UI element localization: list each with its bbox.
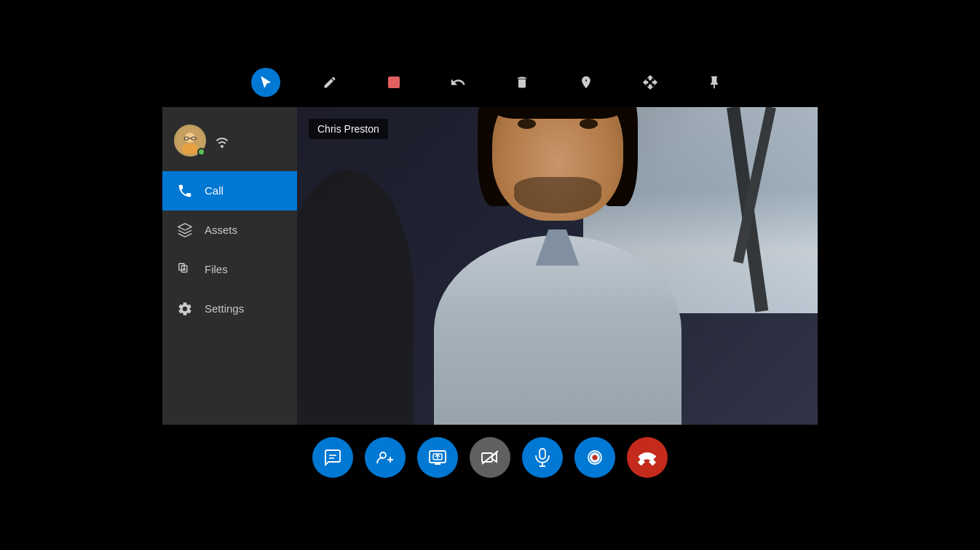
video-area: Chris Preston: [297, 107, 818, 425]
share-screen-button[interactable]: [417, 437, 458, 478]
chat-button[interactable]: [312, 437, 353, 478]
user-profile: [162, 116, 297, 171]
sidebar: Call Assets: [162, 107, 297, 425]
sidebar-item-settings[interactable]: Settings: [162, 289, 297, 329]
svg-rect-0: [388, 76, 400, 88]
record-button[interactable]: [574, 437, 615, 478]
add-person-button[interactable]: [365, 437, 406, 478]
files-icon: [177, 262, 194, 278]
connection-icon: [213, 133, 231, 148]
face: [492, 107, 623, 221]
move-button[interactable]: [636, 68, 665, 97]
toolbar: [162, 60, 818, 104]
sidebar-item-call[interactable]: Call: [162, 171, 297, 211]
shirt-collar: [536, 229, 580, 266]
call-icon: [177, 183, 194, 199]
shape-tool-button[interactable]: [379, 68, 408, 97]
microphone-button[interactable]: [522, 437, 563, 478]
cursor-tool-button[interactable]: [251, 68, 280, 97]
sidebar-item-call-label: Call: [205, 184, 224, 197]
video-toggle-button[interactable]: [470, 437, 510, 478]
caller-name: Chris Preston: [317, 123, 379, 135]
end-call-button[interactable]: [627, 437, 668, 478]
online-status-indicator: [197, 148, 205, 156]
sidebar-item-settings-label: Settings: [205, 302, 244, 315]
sidebar-item-files-label: Files: [205, 263, 228, 275]
caller-name-tag: Chris Preston: [309, 119, 388, 139]
svg-point-1: [585, 79, 587, 81]
hair-top: [485, 107, 631, 119]
svg-point-3: [185, 133, 195, 143]
pin-button[interactable]: [700, 68, 729, 97]
svg-point-27: [593, 455, 598, 460]
sidebar-item-assets[interactable]: Assets: [162, 211, 297, 250]
location-pin-button[interactable]: [572, 68, 601, 97]
main-content: Call Assets: [162, 107, 818, 425]
assets-icon: [177, 222, 194, 238]
svg-rect-23: [540, 449, 545, 459]
app-container: Call Assets: [162, 60, 818, 490]
pen-tool-button[interactable]: [315, 68, 344, 97]
avatar-container: [174, 125, 206, 157]
delete-button[interactable]: [507, 68, 537, 97]
sidebar-item-files[interactable]: Files: [162, 250, 297, 289]
settings-icon: [177, 301, 194, 317]
sidebar-item-assets-label: Assets: [205, 224, 237, 236]
caller-figure: [376, 107, 740, 425]
control-bar: [162, 425, 818, 490]
undo-button[interactable]: [443, 68, 473, 97]
